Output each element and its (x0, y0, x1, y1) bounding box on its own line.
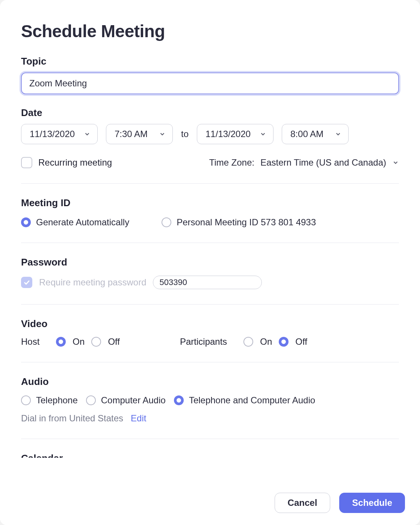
chevron-down-icon (159, 131, 166, 137)
schedule-button[interactable]: Schedule (339, 493, 405, 513)
meeting-id-generate-radio[interactable] (21, 217, 31, 227)
host-video-on-radio[interactable] (56, 337, 66, 347)
topic-input[interactable] (21, 72, 399, 94)
divider (21, 243, 399, 243)
meeting-id-personal-radio[interactable] (162, 217, 171, 227)
password-input[interactable] (153, 276, 262, 289)
audio-label: Audio (21, 376, 399, 388)
audio-telephone-radio[interactable] (21, 395, 31, 405)
host-label: Host (21, 336, 39, 347)
participants-label: Participants (180, 336, 227, 347)
topic-label: Topic (21, 56, 399, 67)
participants-video-on-radio[interactable] (243, 337, 253, 347)
timezone-value: Eastern Time (US and Canada) (260, 157, 386, 168)
on-label: On (260, 336, 272, 347)
video-label: Video (21, 318, 399, 330)
chevron-down-icon (260, 131, 266, 137)
divider (21, 362, 399, 362)
start-date-select[interactable]: 11/13/2020 (21, 124, 98, 144)
participants-video-off-radio[interactable] (279, 337, 289, 347)
audio-telephone-label: Telephone (36, 395, 78, 406)
chevron-down-icon (392, 159, 399, 166)
divider (21, 183, 399, 184)
start-date-value: 11/13/2020 (30, 129, 75, 139)
end-date-select[interactable]: 11/13/2020 (197, 124, 273, 144)
edit-dial-in-link[interactable]: Edit (131, 413, 146, 424)
on-label: On (73, 336, 85, 347)
start-time-select[interactable]: 7:30 AM (106, 124, 173, 144)
meeting-id-personal-label: Personal Meeting ID 573 801 4933 (177, 217, 316, 228)
recurring-label: Recurring meeting (38, 157, 112, 168)
date-label: Date (21, 107, 399, 119)
start-time-value: 7:30 AM (115, 129, 148, 139)
password-label: Password (21, 256, 399, 268)
page-title: Schedule Meeting (21, 21, 399, 41)
dial-in-text: Dial in from United States (21, 413, 123, 424)
next-section-cutoff: Calendar (21, 453, 399, 458)
timezone-select[interactable]: Time Zone: Eastern Time (US and Canada) (209, 157, 399, 168)
require-password-label: Require meeting password (39, 277, 146, 288)
recurring-checkbox[interactable] (21, 157, 32, 168)
chevron-down-icon (335, 131, 341, 137)
require-password-checkbox (21, 277, 32, 288)
end-time-select[interactable]: 8:00 AM (282, 124, 349, 144)
audio-computer-radio[interactable] (86, 395, 96, 405)
audio-both-radio[interactable] (174, 395, 184, 405)
timezone-label: Time Zone: (209, 157, 254, 168)
chevron-down-icon (84, 131, 91, 137)
divider (21, 439, 399, 439)
meeting-id-label: Meeting ID (21, 197, 399, 209)
audio-both-label: Telephone and Computer Audio (189, 395, 315, 406)
end-date-value: 11/13/2020 (205, 129, 251, 139)
off-label: Off (108, 336, 120, 347)
audio-computer-label: Computer Audio (101, 395, 166, 406)
to-label: to (181, 129, 189, 139)
end-time-value: 8:00 AM (290, 129, 323, 139)
cancel-button[interactable]: Cancel (275, 493, 331, 513)
meeting-id-generate-label: Generate Automatically (36, 217, 129, 228)
host-video-off-radio[interactable] (91, 337, 101, 347)
divider (21, 304, 399, 305)
off-label: Off (295, 336, 307, 347)
